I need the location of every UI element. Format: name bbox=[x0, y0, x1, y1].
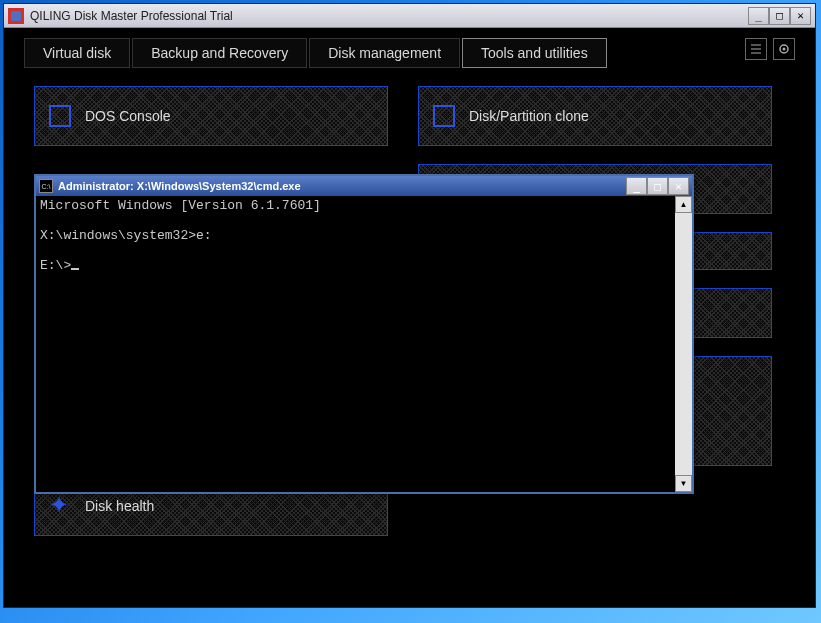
settings-icon[interactable] bbox=[773, 38, 795, 60]
tabbar: Virtual disk Backup and Recovery Disk ma… bbox=[4, 28, 815, 68]
cmd-scrollbar[interactable]: ▲ ▼ bbox=[675, 196, 692, 492]
gear-icon bbox=[49, 495, 71, 517]
console-icon bbox=[49, 105, 71, 127]
main-client-area: Virtual disk Backup and Recovery Disk ma… bbox=[4, 28, 815, 607]
app-icon bbox=[8, 8, 24, 24]
list-view-icon[interactable] bbox=[745, 38, 767, 60]
svg-point-4 bbox=[783, 48, 786, 51]
panel-dos-console[interactable]: DOS Console bbox=[34, 86, 388, 146]
tab-disk-management[interactable]: Disk management bbox=[309, 38, 460, 68]
clone-icon bbox=[433, 105, 455, 127]
cmd-minimize-button[interactable]: _ bbox=[626, 177, 647, 195]
window-controls: _ □ ✕ bbox=[748, 7, 811, 25]
tab-backup-recovery[interactable]: Backup and Recovery bbox=[132, 38, 307, 68]
scroll-track[interactable] bbox=[675, 213, 692, 475]
tab-virtual-disk[interactable]: Virtual disk bbox=[24, 38, 130, 68]
cmd-maximize-button[interactable]: □ bbox=[647, 177, 668, 195]
panel-label: Disk/Partition clone bbox=[469, 108, 589, 124]
panel-label: Disk health bbox=[85, 498, 154, 514]
close-button[interactable]: ✕ bbox=[790, 7, 811, 25]
cmd-window: C:\ Administrator: X:\Windows\System32\c… bbox=[34, 174, 694, 494]
cmd-titlebar[interactable]: C:\ Administrator: X:\Windows\System32\c… bbox=[36, 176, 692, 196]
panel-disk-partition-clone[interactable]: Disk/Partition clone bbox=[418, 86, 772, 146]
cmd-output[interactable]: Microsoft Windows [Version 6.1.7601] X:\… bbox=[36, 196, 675, 492]
cmd-icon: C:\ bbox=[39, 179, 53, 193]
tab-tools-utilities[interactable]: Tools and utilities bbox=[462, 38, 607, 68]
app-title: QILING Disk Master Professional Trial bbox=[30, 9, 748, 23]
minimize-button[interactable]: _ bbox=[748, 7, 769, 25]
main-titlebar[interactable]: QILING Disk Master Professional Trial _ … bbox=[4, 4, 815, 28]
main-window: QILING Disk Master Professional Trial _ … bbox=[3, 3, 816, 608]
cursor bbox=[71, 268, 79, 270]
panel-label: DOS Console bbox=[85, 108, 171, 124]
scroll-down-icon[interactable]: ▼ bbox=[675, 475, 692, 492]
cmd-title: Administrator: X:\Windows\System32\cmd.e… bbox=[58, 180, 626, 192]
cmd-close-button[interactable]: ✕ bbox=[668, 177, 689, 195]
scroll-up-icon[interactable]: ▲ bbox=[675, 196, 692, 213]
content-area: DOS Console Disk health Disk/Partition c… bbox=[4, 68, 815, 104]
maximize-button[interactable]: □ bbox=[769, 7, 790, 25]
